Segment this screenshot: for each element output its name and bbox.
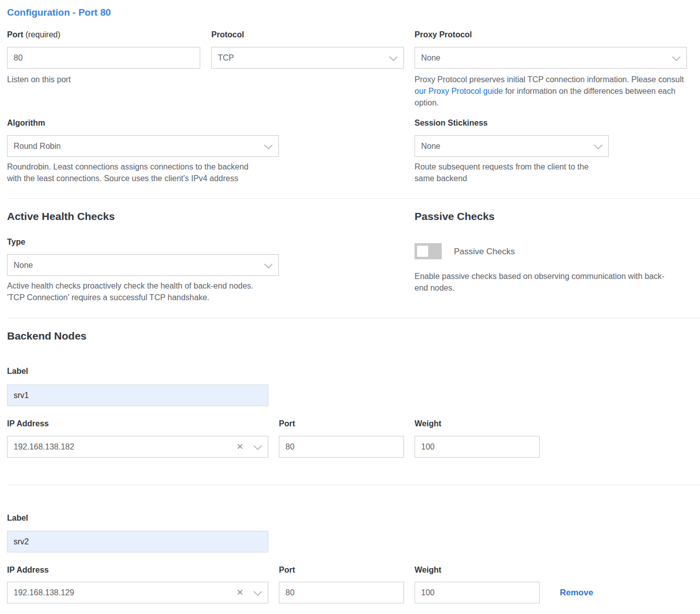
node1-port-input[interactable] (279, 436, 404, 458)
chevron-down-icon (254, 441, 262, 450)
node2-ip-select[interactable]: 192.168.138.129 ✕ (7, 582, 268, 603)
algorithm-helper-text: Roundrobin. Least connections assigns co… (7, 161, 262, 184)
session-stickiness-helper-text: Route subsequent requests from the clien… (415, 161, 606, 184)
algorithm-select[interactable]: Round Robin (7, 135, 279, 157)
chevron-down-icon (264, 260, 273, 268)
node1-ip-select[interactable]: 192.168.138.182 ✕ (7, 436, 268, 458)
node2-weight-caption: Weight (415, 566, 441, 575)
config-port-heading: Configuration - Port 80 (7, 7, 111, 18)
chevron-down-icon (254, 587, 262, 596)
chevron-down-icon (672, 52, 681, 61)
chevron-down-icon (594, 141, 603, 149)
health-check-type-value: None (14, 261, 264, 270)
node2-label-input[interactable] (7, 531, 268, 552)
health-check-helper-text: Active health checks proactively check t… (7, 280, 262, 303)
node1-label-input[interactable] (7, 384, 268, 406)
protocol-field-label: Protocol (211, 30, 244, 39)
node1-ip-value: 192.168.138.182 (14, 442, 237, 452)
session-stickiness-field-label: Session Stickiness (415, 119, 488, 128)
algorithm-select-value: Round Robin (14, 142, 264, 151)
remove-node-link[interactable]: Remove (560, 588, 593, 598)
session-stickiness-select[interactable]: None (415, 135, 609, 157)
session-stickiness-select-value: None (421, 142, 594, 151)
active-health-checks-heading: Active Health Checks (7, 210, 115, 222)
node-divider (7, 485, 700, 485)
protocol-select-value: TCP (218, 53, 389, 63)
passive-checks-heading: Passive Checks (415, 210, 495, 222)
passive-checks-toggle-label: Passive Checks (454, 247, 515, 257)
proxy-protocol-field-label: Proxy Protocol (415, 30, 472, 39)
node2-weight-input[interactable] (415, 582, 540, 603)
port-field-label: Port (required) (7, 30, 61, 39)
health-check-type-label: Type (7, 238, 25, 247)
port-helper-text: Listen on this port (7, 74, 71, 85)
proxy-protocol-select[interactable]: None (415, 47, 687, 69)
health-check-type-select[interactable]: None (7, 254, 279, 276)
node1-port-caption: Port (279, 419, 295, 428)
port-required-suffix: (required) (25, 30, 60, 39)
node2-ip-caption: IP Address (7, 566, 49, 575)
proxy-protocol-helper-text: Proxy Protocol preserves initial TCP con… (415, 74, 693, 108)
section-divider (7, 198, 700, 199)
node1-weight-input[interactable] (415, 436, 540, 458)
node2-port-input[interactable] (279, 582, 404, 603)
node1-label-caption: Label (7, 367, 28, 376)
node1-ip-caption: IP Address (7, 419, 49, 428)
port-input[interactable] (7, 47, 200, 69)
passive-checks-helper-text: Enable passive checks based on observing… (415, 270, 672, 294)
node2-ip-value: 192.168.138.129 (14, 588, 237, 597)
node2-port-caption: Port (279, 566, 295, 575)
toggle-knob-icon (417, 246, 428, 257)
nodebalancer-config-panel: Configuration - Port 80 Port (required) … (0, 0, 700, 614)
node1-weight-caption: Weight (415, 419, 441, 428)
proxy-protocol-guide-link[interactable]: our Proxy Protocol guide (415, 87, 503, 95)
node2-label-caption: Label (7, 514, 28, 523)
proxy-protocol-select-value: None (421, 53, 672, 63)
passive-checks-toggle[interactable] (415, 243, 442, 259)
backend-nodes-heading: Backend Nodes (7, 330, 87, 342)
chevron-down-icon (264, 141, 273, 149)
port-label-text: Port (7, 30, 23, 39)
clear-icon[interactable]: ✕ (237, 442, 244, 451)
algorithm-field-label: Algorithm (7, 119, 45, 128)
section-divider (7, 318, 700, 318)
protocol-select[interactable]: TCP (211, 47, 404, 69)
clear-icon[interactable]: ✕ (237, 588, 244, 597)
chevron-down-icon (389, 52, 398, 61)
